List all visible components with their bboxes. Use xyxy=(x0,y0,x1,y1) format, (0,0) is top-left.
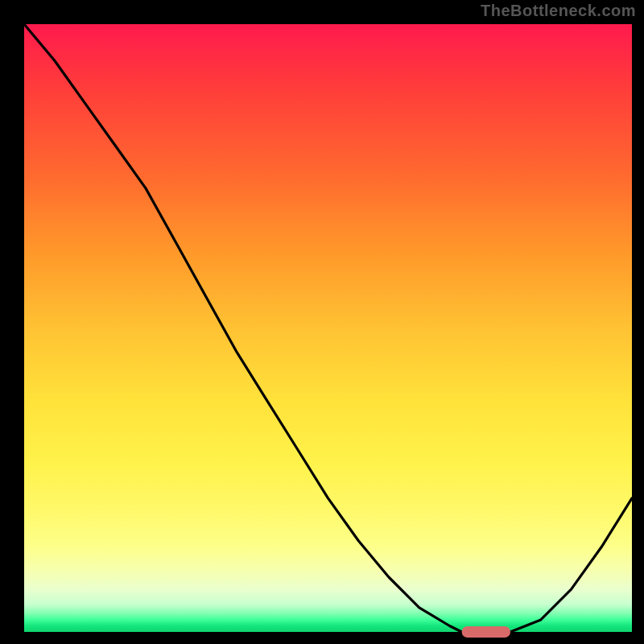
chart-frame: TheBottleneck.com xyxy=(0,0,644,644)
plot-area xyxy=(24,24,632,632)
optimum-marker xyxy=(462,626,510,638)
watermark-text: TheBottleneck.com xyxy=(481,2,636,20)
bottleneck-curve xyxy=(24,24,632,632)
chart-svg xyxy=(24,24,632,632)
